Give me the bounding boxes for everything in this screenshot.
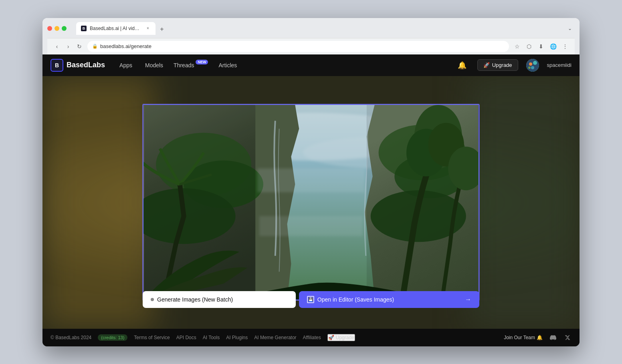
upgrade-footer-button[interactable]: 🚀 Upgrade (327, 334, 355, 341)
extensions-button[interactable]: ⬡ (524, 42, 534, 51)
url-text: basedlabs.ai/generate (100, 43, 151, 49)
footer-bar: © BasedLabs 2024 (credits: 13) Terms of … (42, 329, 580, 346)
address-input[interactable]: 🔒 basedlabs.ai/generate (87, 41, 509, 52)
open-editor-label: Open in Editor (Saves Images) (317, 296, 394, 303)
arrow-icon: → (465, 296, 471, 303)
bookmark-button[interactable]: ☆ (512, 42, 522, 51)
browser-chrome: B BasedLabs.ai | AI video powe... × + ⌄ … (42, 18, 580, 54)
copyright: © BasedLabs 2024 (50, 335, 91, 340)
threads-label: Threads (174, 62, 194, 68)
new-tab-button[interactable]: + (156, 24, 168, 35)
main-area: Generate Images (New Batch) 💾 Open in Ed… (42, 76, 580, 329)
join-team-icon: 🔔 (537, 335, 543, 340)
minimize-button[interactable] (55, 26, 59, 31)
blur-right (467, 76, 580, 329)
join-team-label: Join Our Team (504, 335, 535, 340)
ai-plugins-link[interactable]: AI Plugins (226, 335, 248, 340)
maximize-button[interactable] (62, 26, 67, 31)
active-tab[interactable]: B BasedLabs.ai | AI video powe... × (76, 22, 156, 35)
app-nav: B BasedLabs Apps Models Threads NEW Arti… (42, 54, 580, 76)
security-icon: 🔒 (92, 44, 98, 49)
user-avatar[interactable] (526, 59, 539, 72)
traffic-lights (47, 26, 67, 31)
logo-text: BasedLabs (67, 61, 105, 69)
upgrade-label: Upgrade (492, 62, 512, 68)
ai-meme-link[interactable]: AI Meme Generator (254, 335, 296, 340)
svg-point-0 (526, 59, 539, 72)
svg-point-3 (531, 66, 534, 69)
nav-models[interactable]: Models (143, 60, 166, 70)
browser-actions: ☆ ⬡ ⬇ 🌐 ⋮ (512, 42, 570, 51)
credits-badge: (credits: 13) (98, 334, 127, 341)
svg-rect-20 (144, 105, 255, 300)
upgrade-footer-label: Upgrade (336, 335, 354, 340)
svg-point-4 (528, 66, 531, 69)
discord-icon[interactable] (549, 334, 557, 342)
svg-point-2 (533, 61, 537, 65)
upgrade-emoji: 🚀 (483, 62, 490, 68)
tab-bar: B BasedLabs.ai | AI video powe... × + (76, 22, 562, 35)
dot-indicator (151, 298, 154, 301)
affiliates-link[interactable]: Affiliates (303, 335, 321, 340)
twitter-x-icon[interactable] (563, 334, 572, 342)
menu-button[interactable]: ⋮ (560, 42, 570, 51)
tab-title: BasedLabs.ai | AI video powe... (90, 26, 142, 31)
tab-favicon: B (81, 26, 87, 31)
user-name[interactable]: spacemiidi (547, 62, 572, 68)
generated-image (143, 104, 479, 300)
action-bar: Generate Images (New Batch) 💾 Open in Ed… (143, 291, 479, 308)
svg-point-1 (529, 62, 532, 66)
expand-button[interactable]: ⌄ (565, 24, 575, 33)
ai-tools-link[interactable]: AI Tools (203, 335, 220, 340)
app-logo: B BasedLabs (50, 59, 105, 72)
browser-window: B BasedLabs.ai | AI video powe... × + ⌄ … (42, 18, 580, 346)
generate-label: Generate Images (New Batch) (157, 296, 233, 303)
logo-icon: B (50, 59, 63, 72)
blur-left (42, 76, 155, 329)
open-editor-button[interactable]: 💾 Open in Editor (Saves Images) → (299, 291, 479, 308)
svg-rect-18 (257, 169, 365, 193)
terms-link[interactable]: Terms of Service (134, 335, 170, 340)
app-content: B BasedLabs Apps Models Threads NEW Arti… (42, 54, 580, 346)
tab-close-button[interactable]: × (145, 26, 151, 31)
join-team-button[interactable]: Join Our Team 🔔 (504, 335, 543, 340)
forward-button[interactable]: › (63, 42, 73, 51)
close-button[interactable] (47, 26, 52, 31)
download-button[interactable]: ⬇ (536, 42, 546, 51)
svg-rect-21 (367, 105, 478, 300)
nav-buttons: ‹ › ↻ (52, 42, 84, 51)
nav-threads[interactable]: Threads NEW (174, 62, 208, 68)
reload-button[interactable]: ↻ (75, 42, 84, 51)
nav-apps[interactable]: Apps (117, 60, 135, 70)
new-badge: NEW (196, 60, 208, 64)
address-bar: ‹ › ↻ 🔒 basedlabs.ai/generate ☆ ⬡ ⬇ 🌐 ⋮ (47, 38, 575, 54)
nav-articles[interactable]: Articles (216, 60, 239, 70)
back-button[interactable]: ‹ (52, 42, 62, 51)
titlebar: B BasedLabs.ai | AI video powe... × + ⌄ (47, 22, 575, 35)
api-docs-link[interactable]: API Docs (176, 335, 196, 340)
generate-button[interactable]: Generate Images (New Batch) (143, 291, 296, 308)
forest-svg (143, 105, 479, 300)
profile-button[interactable]: 🌐 (548, 42, 558, 51)
upgrade-button[interactable]: 🚀 Upgrade (477, 59, 518, 71)
save-icon: 💾 (307, 296, 314, 303)
svg-rect-19 (259, 216, 363, 236)
notification-button[interactable]: 🔔 (455, 58, 469, 72)
